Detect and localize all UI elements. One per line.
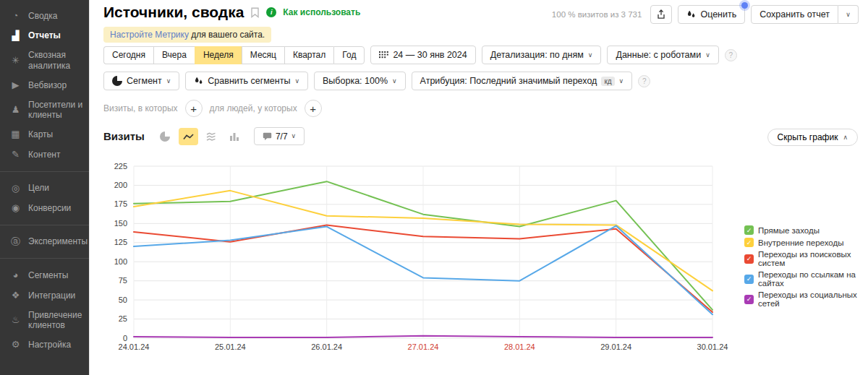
save-report-dropdown-button[interactable]: ∨ bbox=[838, 5, 859, 24]
sidebar-item-celi[interactable]: ◎Цели bbox=[0, 178, 89, 199]
sidebar-item-label: Сквозная аналитика bbox=[28, 50, 86, 71]
period-tab-1[interactable]: Вчера bbox=[153, 46, 195, 64]
rate-button[interactable]: Оценить bbox=[678, 5, 745, 24]
x-tick-label: 26.01.24 bbox=[311, 342, 342, 351]
legend-checkbox[interactable]: ✓ bbox=[744, 275, 754, 284]
x-tick-label: 29.01.24 bbox=[600, 342, 631, 351]
sidebar-divider bbox=[0, 171, 89, 172]
export-button[interactable] bbox=[650, 5, 672, 24]
rate-button-label: Оценить bbox=[700, 9, 736, 20]
sidebar-item-nastrojka[interactable]: ⚙Настройка bbox=[0, 335, 89, 355]
toolbar-row-filters: Визиты, в которых + для людей, у которых… bbox=[103, 100, 322, 117]
setup-metrica-link[interactable]: Настройте Метрику bbox=[110, 30, 189, 40]
sampling-select[interactable]: Выборка: 100% ∨ bbox=[314, 72, 406, 90]
sidebar-item-eksperimenty[interactable]: ⓐЭксперименты bbox=[0, 232, 89, 252]
chart-type-bars-button[interactable] bbox=[225, 128, 244, 145]
chevron-down-icon: ∨ bbox=[846, 12, 851, 18]
y-tick-label: 75 bbox=[119, 276, 127, 285]
legend-checkbox[interactable]: ✓ bbox=[744, 254, 754, 264]
sidebar-item-label: Отчеты bbox=[28, 30, 61, 40]
sidebar-item-label: Карты bbox=[28, 129, 53, 139]
chart-area[interactable]: 025507510012515017520022524.01.2425.01.2… bbox=[100, 156, 736, 358]
y-tick-label: 50 bbox=[119, 296, 127, 304]
sidebar-item-label: Вебвизор bbox=[28, 80, 67, 90]
sidebar-item-integracii[interactable]: ❖Интеграции bbox=[0, 285, 89, 306]
sampling-label: Выборка: 100% bbox=[323, 76, 388, 86]
chevron-down-icon: ∨ bbox=[294, 78, 299, 85]
chart-type-pie-button[interactable] bbox=[156, 128, 175, 145]
period-tab-4[interactable]: Квартал bbox=[284, 46, 333, 64]
sidebar-item-webvizor[interactable]: ▶Вебвизор bbox=[0, 75, 89, 95]
legend-item[interactable]: ✓Переходы из социальных сетей bbox=[744, 290, 868, 308]
percent-circle-icon: ◉ bbox=[9, 202, 22, 214]
x-tick-label: 24.01.24 bbox=[119, 342, 150, 351]
annotations-button[interactable]: 7/7 ∨ bbox=[254, 127, 305, 145]
sidebar-item-skvoznaya-analitika[interactable]: ✳Сквозная аналитика bbox=[0, 46, 89, 75]
segments-pie-icon: ◕ bbox=[9, 270, 22, 281]
segment-button[interactable]: Сегмент ∨ bbox=[103, 72, 179, 90]
maps-icon: ▦ bbox=[9, 129, 22, 140]
attribution-select[interactable]: Атрибуция: Последний значимый переход кд… bbox=[412, 72, 633, 90]
legend-label: Переходы из социальных сетей bbox=[758, 290, 868, 308]
y-tick-label: 200 bbox=[114, 181, 127, 189]
compare-segments-button[interactable]: Сравнить сегменты ∨ bbox=[185, 72, 308, 90]
sidebar-item-posetiteli[interactable]: ♟Посетители и клиенты bbox=[0, 95, 89, 125]
bookmark-icon[interactable] bbox=[250, 7, 260, 18]
sidebar: ◔Сводка▟Отчеты✳Сквозная аналитика▶Вебвиз… bbox=[0, 0, 90, 375]
chevron-down-icon: ∨ bbox=[619, 78, 624, 85]
period-tab-3[interactable]: Месяц bbox=[242, 46, 284, 64]
sidebar-item-svodka[interactable]: ◔Сводка bbox=[0, 6, 89, 26]
sidebar-item-label: Интеграции bbox=[28, 290, 75, 301]
export-icon bbox=[656, 9, 666, 20]
help-icon[interactable]: ? bbox=[638, 75, 650, 87]
detail-select[interactable]: Детализация: по дням ∨ bbox=[482, 46, 602, 64]
legend-checkbox[interactable]: ✓ bbox=[744, 295, 754, 304]
sidebar-item-otchety[interactable]: ▟Отчеты bbox=[0, 26, 89, 46]
help-icon[interactable]: ? bbox=[725, 49, 737, 61]
legend-item[interactable]: ✓Переходы по ссылкам на сайтах bbox=[744, 270, 868, 288]
setup-banner: Настройте Метрику для вашего сайта. bbox=[103, 27, 271, 43]
legend-checkbox[interactable]: ✓ bbox=[744, 238, 754, 247]
date-range-button[interactable]: 24 — 30 янв 2024 bbox=[370, 46, 475, 64]
period-tab-2[interactable]: Неделя bbox=[195, 46, 242, 64]
segment-label: Сегмент bbox=[127, 76, 162, 86]
info-icon: i bbox=[266, 7, 276, 17]
sidebar-item-privlechenie[interactable]: ♨Привлечение клиентов bbox=[0, 306, 89, 335]
setup-banner-text: для вашего сайта. bbox=[189, 30, 265, 40]
visits-line-chart[interactable]: 025507510012515017520022524.01.2425.01.2… bbox=[100, 156, 736, 355]
y-tick-label: 25 bbox=[119, 314, 127, 323]
data-mode-select[interactable]: Данные: с роботами ∨ bbox=[607, 46, 718, 64]
rate-button-wrap: Оценить bbox=[678, 5, 745, 24]
period-tab-0[interactable]: Сегодня bbox=[103, 46, 153, 64]
droplets-icon bbox=[194, 77, 203, 85]
flame-icon: ♨ bbox=[9, 314, 22, 326]
sidebar-item-label: Посетители и клиенты bbox=[28, 100, 86, 121]
sidebar-item-segmenty[interactable]: ◕Сегменты bbox=[0, 265, 89, 285]
hide-chart-label: Скрыть график bbox=[778, 132, 838, 142]
sidebar-item-konversii[interactable]: ◉Конверсии bbox=[0, 198, 89, 218]
save-report-button[interactable]: Сохранить отчет bbox=[751, 5, 838, 24]
legend-label: Переходы по ссылкам на сайтах bbox=[758, 270, 868, 288]
sidebar-item-kontent[interactable]: ✎Контент bbox=[0, 145, 89, 165]
main-content: Источники, сводка i Как использовать 100… bbox=[90, 0, 868, 375]
legend-checkbox[interactable]: ✓ bbox=[744, 225, 754, 235]
chart-type-area-button[interactable] bbox=[202, 128, 221, 145]
toolbar-row-segments: Сегмент ∨ Сравнить сегменты ∨ Выборка: 1… bbox=[103, 72, 650, 90]
add-visits-filter-button[interactable]: + bbox=[185, 100, 203, 117]
hide-chart-button[interactable]: Скрыть график ∧ bbox=[767, 129, 858, 146]
add-people-filter-button[interactable]: + bbox=[305, 100, 322, 117]
sidebar-divider bbox=[0, 225, 89, 225]
chart-type-line-button[interactable] bbox=[179, 128, 198, 145]
legend-label: Внутренние переходы bbox=[758, 238, 843, 247]
period-tab-5[interactable]: Год bbox=[333, 46, 365, 64]
legend-item[interactable]: ✓Переходы из поисковых систем bbox=[744, 250, 868, 267]
how-to-use-link[interactable]: Как использовать bbox=[283, 7, 360, 17]
legend-item[interactable]: ✓Прямые заходы bbox=[744, 225, 868, 235]
legend-item[interactable]: ✓Внутренние переходы bbox=[744, 238, 868, 247]
sidebar-item-label: Настройка bbox=[28, 340, 71, 350]
page-header: Источники, сводка i Как использовать bbox=[103, 4, 360, 21]
save-report-label: Сохранить отчет bbox=[760, 9, 830, 20]
gauge-icon: ◔ bbox=[9, 10, 22, 22]
sidebar-item-karty[interactable]: ▦Карты bbox=[0, 124, 89, 145]
legend-label: Прямые заходы bbox=[758, 226, 820, 235]
